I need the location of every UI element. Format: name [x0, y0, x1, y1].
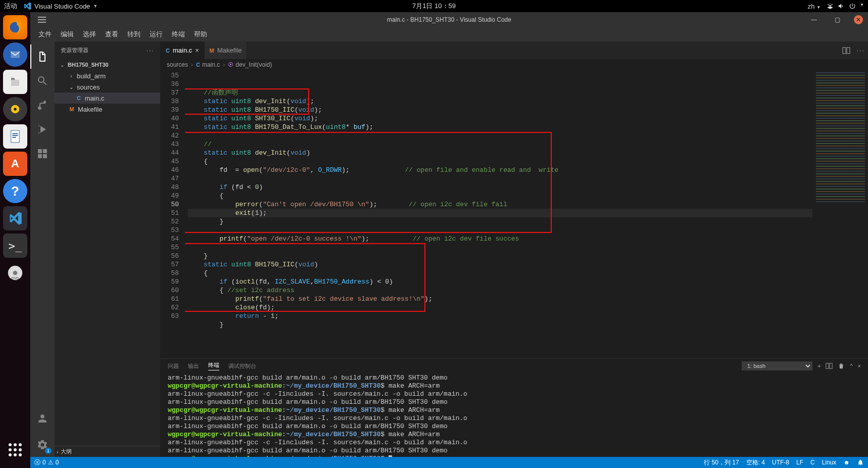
menu-run[interactable]: 运行 — [146, 28, 167, 40]
terminal-output[interactable]: arm-linux-gnueabihf-gcc build arm/main.o… — [161, 373, 868, 457]
titlebar: main.c - BH1750_SHT30 - Visual Studio Co… — [30, 12, 868, 27]
menu-select[interactable]: 选择 — [79, 28, 100, 40]
svg-rect-11 — [38, 19, 46, 20]
sidebar-more-icon[interactable]: ··· — [147, 48, 154, 54]
status-os[interactable]: Linux — [822, 458, 837, 467]
activity-scm[interactable] — [30, 93, 55, 117]
app-menu[interactable]: Visual Studio Code ▼ — [23, 2, 98, 10]
status-lang[interactable]: C — [810, 458, 815, 467]
minimize-button[interactable]: — — [802, 12, 826, 27]
activity-search[interactable] — [30, 69, 55, 93]
dock-help[interactable]: ? — [3, 179, 27, 203]
crumb-file[interactable]: C main.c — [196, 61, 220, 68]
outline-label: 大纲 — [61, 448, 72, 455]
project-name: BH1750_SHT30 — [68, 62, 109, 68]
chevron-down-icon: ⌄ — [59, 62, 66, 68]
split-terminal-icon[interactable] — [826, 362, 833, 369]
close-button[interactable]: ✕ — [854, 15, 863, 24]
svg-rect-3 — [11, 130, 20, 143]
menu-view[interactable]: 查看 — [101, 28, 122, 40]
dock-firefox[interactable] — [3, 15, 27, 39]
tree-project[interactable]: ⌄ BH1750_SHT30 — [55, 59, 160, 70]
chevron-down-icon: ▼ — [93, 4, 98, 9]
status-line-col[interactable]: 行 50，列 17 — [704, 458, 739, 467]
tree-folder-sources[interactable]: ⌄ sources — [55, 81, 160, 92]
tab-main-c[interactable]: C main.c × — [161, 41, 205, 59]
menu-goto[interactable]: 转到 — [123, 28, 144, 40]
file-tree: ⌄ BH1750_SHT30 › build_arm ⌄ sources — [55, 59, 160, 446]
status-eol[interactable]: LF — [796, 458, 803, 467]
dock-libreoffice[interactable] — [3, 124, 27, 149]
code-content[interactable]: //函数声明 static uint8 dev_Init(void); stat… — [185, 70, 812, 358]
status-spaces[interactable]: 空格: 4 — [746, 458, 765, 467]
activity-debug[interactable] — [30, 117, 55, 142]
c-file-icon: C — [166, 48, 170, 54]
dock-files[interactable] — [3, 70, 27, 94]
menu-edit[interactable]: 编辑 — [57, 28, 78, 40]
svg-text:DVD: DVD — [12, 276, 19, 280]
tree-file-main[interactable]: C main.c — [55, 92, 160, 104]
panel-tab-problems[interactable]: 问题 — [168, 362, 179, 370]
more-icon[interactable]: ··· — [856, 46, 865, 54]
dock-disc[interactable]: DVD — [3, 261, 27, 285]
function-icon: ⦿ — [228, 62, 233, 68]
dock-rhythmbox[interactable] — [3, 97, 27, 121]
tree-folder-build[interactable]: › build_arm — [55, 70, 160, 81]
status-encoding[interactable]: UTF-8 — [772, 458, 789, 467]
ime-indicator[interactable]: zh ▼ — [808, 3, 821, 10]
dock-terminal[interactable]: >_ — [3, 233, 27, 258]
maximize-panel-icon[interactable]: ^ — [850, 363, 852, 369]
menu-file[interactable]: 文件 — [34, 28, 56, 40]
svg-rect-13 — [843, 48, 846, 54]
activities-button[interactable]: 活动 — [4, 2, 17, 11]
ubuntu-dock: A ? >_ DVD — [0, 12, 30, 468]
app-menu-label: Visual Studio Code — [34, 3, 90, 10]
split-editor-icon[interactable] — [842, 46, 850, 55]
terminal-selector[interactable]: 1: bash — [742, 361, 812, 370]
editor-tabs: C main.c × M Makefile ··· — [161, 41, 868, 59]
dock-thunderbird[interactable] — [3, 42, 27, 67]
feedback-icon[interactable]: ☻ — [843, 458, 850, 467]
outline-section[interactable]: › 大纲 — [55, 446, 160, 457]
network-icon[interactable] — [827, 3, 834, 10]
new-terminal-icon[interactable]: + — [817, 363, 821, 369]
menu-help[interactable]: 帮助 — [190, 28, 211, 40]
activity-account[interactable] — [30, 406, 55, 431]
svg-rect-5 — [13, 135, 18, 136]
dock-vscode[interactable] — [3, 206, 27, 230]
warning-icon: ⚠ — [48, 459, 54, 466]
dock-software[interactable]: A — [3, 152, 27, 176]
status-problems[interactable]: ⓧ0 ⚠0 — [34, 458, 59, 467]
panel-tab-output[interactable]: 输出 — [188, 362, 199, 370]
crumb-folder[interactable]: sources — [167, 61, 188, 68]
maximize-button[interactable]: ▢ — [826, 12, 849, 27]
close-panel-icon[interactable]: × — [858, 363, 861, 369]
panel-tab-debug[interactable]: 调试控制台 — [228, 362, 256, 370]
app-icon[interactable] — [30, 16, 54, 23]
svg-rect-6 — [13, 137, 16, 138]
c-file-icon: C — [196, 62, 200, 68]
notifications-icon[interactable] — [857, 458, 864, 467]
minimap[interactable] — [812, 70, 868, 358]
sidebar-title: 资源管理器 — [61, 46, 88, 54]
activity-explorer[interactable] — [30, 44, 55, 69]
activity-extensions[interactable] — [30, 142, 55, 166]
power-icon[interactable] — [849, 3, 856, 10]
trash-icon[interactable] — [838, 362, 845, 369]
code-editor[interactable]: 3536373839404142434445464748495051525354… — [161, 70, 868, 358]
settings-badge: 1 — [45, 448, 52, 454]
show-apps-button[interactable] — [3, 438, 27, 462]
menu-terminal[interactable]: 终端 — [168, 28, 189, 40]
crumb-symbol[interactable]: ⦿ dev_Init(void) — [228, 61, 272, 68]
svg-rect-4 — [13, 133, 18, 134]
tree-file-makefile[interactable]: M Makefile — [55, 104, 160, 115]
tab-makefile[interactable]: M Makefile — [205, 41, 248, 59]
svg-point-2 — [14, 108, 17, 111]
panel-tab-terminal[interactable]: 终端 — [208, 361, 219, 370]
activity-settings[interactable]: 1 — [30, 433, 55, 457]
volume-icon[interactable] — [838, 3, 845, 10]
clock[interactable]: 7月1日 10：59 — [412, 2, 456, 11]
close-icon[interactable]: × — [195, 46, 199, 54]
breadcrumbs[interactable]: sources › C main.c › ⦿ dev_Init(void) — [161, 59, 868, 70]
bottom-panel: 问题 输出 终端 调试控制台 1: bash + — [161, 358, 868, 457]
